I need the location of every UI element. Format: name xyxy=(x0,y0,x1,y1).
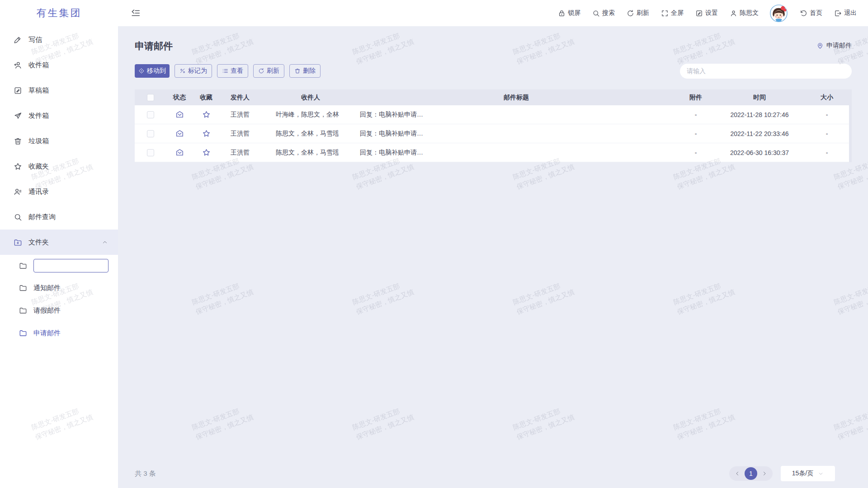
cell-size: - xyxy=(826,130,828,137)
avatar[interactable] xyxy=(769,4,788,23)
user-icon xyxy=(730,9,737,17)
sidebar-item-compose[interactable]: 写信 xyxy=(0,27,118,52)
trash-icon xyxy=(294,68,301,74)
refresh-button[interactable]: 刷新 xyxy=(627,9,649,17)
sidebar-item-mail-search[interactable]: 邮件查询 xyxy=(0,204,118,230)
folder-item-notice[interactable]: 通知邮件 xyxy=(0,277,118,299)
action-label: 陈思文 xyxy=(740,9,759,17)
cell-subject: 回复：电脑补贴申请… xyxy=(358,111,675,119)
mail-search-input[interactable] xyxy=(687,67,845,75)
mail-open-icon[interactable] xyxy=(175,148,184,157)
star-icon[interactable] xyxy=(202,129,211,138)
list-icon xyxy=(222,68,228,74)
action-label: 搜索 xyxy=(602,9,615,17)
settings-button[interactable]: 设置 xyxy=(695,9,718,17)
folder-icon xyxy=(19,262,27,270)
folder-icon xyxy=(19,329,27,337)
folder-label: 通知邮件 xyxy=(33,284,61,292)
table-row[interactable]: 王洪哲 陈思文，全林，马雪瑶 回复：电脑补贴申请… - 2022-06-30 1… xyxy=(135,143,852,162)
action-label: 设置 xyxy=(705,9,718,17)
col-header-subject: 邮件标题 xyxy=(504,94,529,102)
col-header-size: 大小 xyxy=(821,94,833,102)
prev-page-icon[interactable] xyxy=(735,471,740,476)
next-page-icon[interactable] xyxy=(762,471,767,476)
col-header-status: 状态 xyxy=(173,94,186,102)
table-header-row: 状态 收藏 发件人 收件人 邮件标题 附件 时间 大小 xyxy=(135,89,852,105)
new-folder-row xyxy=(0,255,118,277)
logout-icon xyxy=(834,9,842,17)
folder-icon xyxy=(19,306,27,314)
trash-icon xyxy=(14,137,22,145)
breadcrumb: 申请邮件 xyxy=(816,42,852,50)
search-icon xyxy=(14,213,22,221)
paper-plane-icon xyxy=(14,112,22,120)
action-label: 锁屏 xyxy=(568,9,580,17)
action-label: 全屏 xyxy=(671,9,684,17)
chevron-up-icon[interactable] xyxy=(102,239,108,245)
sidebar-item-sent[interactable]: 发件箱 xyxy=(0,103,118,128)
sidebar-item-folders[interactable]: 文件夹 xyxy=(0,230,118,255)
page-number[interactable]: 1 xyxy=(745,467,757,480)
cell-recipients: 陈思文，全林，马雪瑶 xyxy=(263,149,358,157)
folder-item-leave[interactable]: 请假邮件 xyxy=(0,299,118,322)
sidebar-item-trash[interactable]: 垃圾箱 xyxy=(0,128,118,154)
col-header-time: 时间 xyxy=(753,94,766,102)
row-checkbox[interactable] xyxy=(147,111,154,118)
table-row[interactable]: 王洪哲 陈思文，全林，马雪瑶 回复：电脑补贴申请… - 2022-11-22 2… xyxy=(135,124,852,143)
logout-button[interactable]: 退出 xyxy=(834,9,857,17)
sidebar-item-label: 草稿箱 xyxy=(28,86,49,95)
row-checkbox[interactable] xyxy=(147,149,154,156)
sidebar-item-label: 通讯录 xyxy=(28,188,49,196)
star-icon[interactable] xyxy=(202,148,211,157)
refresh-list-button[interactable]: 刷新 xyxy=(253,64,284,78)
button-label: 移动到 xyxy=(147,67,166,75)
mail-open-icon[interactable] xyxy=(175,110,184,119)
search-icon xyxy=(592,9,600,17)
sidebar-item-label: 写信 xyxy=(28,36,42,44)
cell-time: 2022-06-30 16:30:37 xyxy=(730,149,789,156)
sidebar-item-favorites[interactable]: 收藏夹 xyxy=(0,154,118,179)
search-button[interactable]: 搜索 xyxy=(592,9,615,17)
sidebar-item-contacts[interactable]: 通讯录 xyxy=(0,179,118,204)
sidebar-item-label: 发件箱 xyxy=(28,112,49,120)
sidebar-item-drafts[interactable]: 草稿箱 xyxy=(0,78,118,103)
col-header-favorite: 收藏 xyxy=(200,94,212,102)
action-label: 退出 xyxy=(844,9,857,17)
cell-sender: 王洪哲 xyxy=(220,130,263,138)
mark-as-button[interactable]: 标记为 xyxy=(175,64,212,78)
move-to-button[interactable]: 移动到 xyxy=(135,64,170,78)
fullscreen-button[interactable]: 全屏 xyxy=(661,9,684,17)
undo-home-icon xyxy=(800,9,807,17)
page-size-select[interactable]: 15条/页 xyxy=(781,466,835,481)
sidebar-item-inbox[interactable]: 收件箱 xyxy=(0,52,118,78)
select-all-checkbox[interactable] xyxy=(147,94,154,101)
chevron-down-icon xyxy=(818,471,824,477)
new-folder-input[interactable] xyxy=(33,259,108,272)
star-icon[interactable] xyxy=(202,110,211,119)
row-checkbox[interactable] xyxy=(147,130,154,137)
lock-screen-button[interactable]: 锁屏 xyxy=(558,9,580,17)
total-count: 共 3 条 xyxy=(135,469,156,478)
topbar: 锁屏 搜索 刷新 全屏 设置 陈思文 xyxy=(118,0,868,26)
folder-item-apply[interactable]: 申请邮件 xyxy=(0,322,118,344)
menu-fold-icon[interactable] xyxy=(131,8,141,18)
page-size-value: 15条/页 xyxy=(792,469,813,478)
main-content: 申请邮件 申请邮件 移动到 标记为 查看 刷新 删除 xyxy=(118,26,868,488)
home-button[interactable]: 首页 xyxy=(800,9,822,17)
current-user-button[interactable]: 陈思文 xyxy=(730,9,759,17)
folder-plus-icon xyxy=(14,238,22,247)
button-label: 删除 xyxy=(303,67,316,75)
view-button[interactable]: 查看 xyxy=(217,64,248,78)
mail-table: 状态 收藏 发件人 收件人 邮件标题 附件 时间 大小 王洪哲 叶海峰，陈思文，… xyxy=(135,89,852,162)
delete-button[interactable]: 删除 xyxy=(289,64,321,78)
table-row[interactable]: 王洪哲 叶海峰，陈思文，全林 回复：电脑补贴申请… - 2022-11-28 1… xyxy=(135,105,852,124)
button-label: 标记为 xyxy=(188,67,207,75)
fullscreen-icon xyxy=(661,9,669,17)
scrollbar-gutter xyxy=(849,105,852,162)
sidebar-item-label: 文件夹 xyxy=(28,238,49,247)
pagination: 1 xyxy=(729,466,773,481)
sidebar-item-label: 邮件查询 xyxy=(28,213,56,221)
refresh-icon xyxy=(258,68,264,74)
mail-open-icon[interactable] xyxy=(175,129,184,138)
folder-icon xyxy=(19,284,27,292)
